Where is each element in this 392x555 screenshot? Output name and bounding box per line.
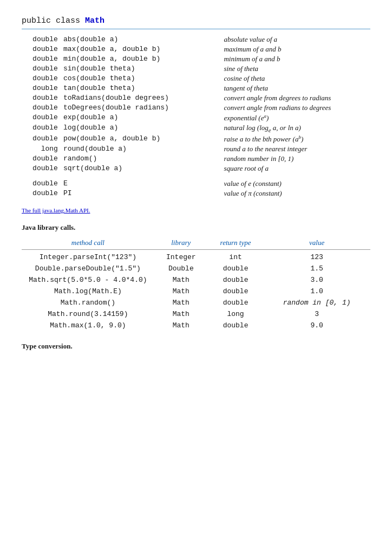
lib-table-row: Integer.parseInt("123")Integerint123 [22, 250, 370, 263]
lib-table-row: Math.random()Mathdoublerandom in [0, 1) [22, 297, 370, 308]
method-row: doublemax(double a, double b)maximum of … [22, 44, 370, 54]
method-desc: exponential (ea) [202, 113, 370, 123]
lib-call: Math.round(3.14159) [22, 308, 154, 320]
lib-table-header-cell: method call [22, 237, 154, 250]
lib-table-header-cell: library [154, 237, 208, 250]
header-divider [22, 29, 370, 29]
method-type: double [22, 134, 61, 144]
lib-table-row: Math.sqrt(5.0*5.0 - 4.0*4.0)Mathdouble3.… [22, 274, 370, 286]
lib-table-header-cell: return type [208, 237, 263, 250]
method-type: double [22, 83, 61, 93]
method-desc: convert angle from radians to degrees [202, 103, 370, 113]
lib-library: Double [154, 263, 208, 274]
constant-desc: value of e (constant) [202, 179, 370, 189]
method-type: double [22, 54, 61, 64]
method-sig: exp(double a) [61, 113, 202, 123]
method-desc: square root of a [202, 164, 370, 173]
lib-value: 123 [263, 250, 370, 263]
api-link-container: The full java.lang.Math API. [22, 207, 370, 214]
methods-table: doubleabs(double a)absolute value of ado… [22, 35, 370, 198]
lib-library: Math [154, 297, 208, 308]
lib-table-row: Double.parseDouble("1.5")Doubledouble1.5 [22, 263, 370, 274]
lib-value: 3 [263, 308, 370, 320]
lib-value: 3.0 [263, 274, 370, 286]
method-row: doublelog(double a)natural log (loge a, … [22, 123, 370, 134]
method-desc: maximum of a and b [202, 44, 370, 54]
lib-return-type: long [208, 308, 263, 320]
lib-call: Math.random() [22, 297, 154, 308]
method-desc: raise a to the bth power (ab) [202, 134, 370, 144]
constant-row: doublePIvalue of π (constant) [22, 189, 370, 198]
lib-library: Integer [154, 250, 208, 263]
method-row: doublepow(double a, double b)raise a to … [22, 134, 370, 144]
method-sig: random() [61, 154, 202, 164]
method-row: doubletoRadians(double degrees)convert a… [22, 93, 370, 103]
class-keyword: public class [22, 16, 85, 25]
method-sig: abs(double a) [61, 35, 202, 44]
method-sig: log(double a) [61, 123, 202, 134]
method-type: long [22, 144, 61, 154]
class-header: public class Math [22, 16, 370, 25]
method-row: doubletan(double theta)tangent of theta [22, 83, 370, 93]
lib-value: random in [0, 1) [263, 297, 370, 308]
method-sig: cos(double theta) [61, 74, 202, 83]
method-type: double [22, 64, 61, 74]
lib-library: Math [154, 320, 208, 331]
method-row: longround(double a)round a to the neares… [22, 144, 370, 154]
method-sig: toDegrees(double radians) [61, 103, 202, 113]
method-type: double [22, 93, 61, 103]
method-type: double [22, 103, 61, 113]
method-desc: round a to the nearest integer [202, 144, 370, 154]
lib-call: Math.sqrt(5.0*5.0 - 4.0*4.0) [22, 274, 154, 286]
constant-row: doubleEvalue of e (constant) [22, 179, 370, 189]
method-sig: round(double a) [61, 144, 202, 154]
method-sig: pow(double a, double b) [61, 134, 202, 144]
method-row: doubletoDegrees(double radians)convert a… [22, 103, 370, 113]
lib-call: Math.log(Math.E) [22, 286, 154, 297]
method-desc: minimum of a and b [202, 54, 370, 64]
lib-return-type: double [208, 297, 263, 308]
lib-return-type: int [208, 250, 263, 263]
lib-table-header-row: method calllibraryreturn typevalue [22, 237, 370, 250]
constant-sig: PI [61, 189, 202, 198]
method-desc: convert angle from degrees to radians [202, 93, 370, 103]
lib-calls-table: method calllibraryreturn typevalue Integ… [22, 237, 370, 331]
section1-label: Java library calls. [22, 223, 370, 232]
lib-call: Double.parseDouble("1.5") [22, 263, 154, 274]
constant-type: double [22, 189, 61, 198]
lib-call: Math.max(1.0, 9.0) [22, 320, 154, 331]
method-type: double [22, 35, 61, 44]
lib-call: Integer.parseInt("123") [22, 250, 154, 263]
lib-value: 1.0 [263, 286, 370, 297]
method-sig: max(double a, double b) [61, 44, 202, 54]
method-row: doubleexp(double a)exponential (ea) [22, 113, 370, 123]
constant-type: double [22, 179, 61, 189]
method-row: doublerandom()random number in [0, 1) [22, 154, 370, 164]
lib-return-type: double [208, 274, 263, 286]
lib-table-row: Math.log(Math.E)Mathdouble1.0 [22, 286, 370, 297]
method-sig: min(double a, double b) [61, 54, 202, 64]
method-row: doublesin(double theta)sine of theta [22, 64, 370, 74]
lib-table-header-cell: value [263, 237, 370, 250]
lib-return-type: double [208, 263, 263, 274]
method-type: double [22, 113, 61, 123]
method-type: double [22, 74, 61, 83]
method-sig: tan(double theta) [61, 83, 202, 93]
method-sig: toRadians(double degrees) [61, 93, 202, 103]
method-type: double [22, 123, 61, 134]
method-row: doublesqrt(double a)square root of a [22, 164, 370, 173]
api-link[interactable]: The full java.lang.Math API. [22, 207, 90, 214]
method-desc: sine of theta [202, 64, 370, 74]
method-type: double [22, 154, 61, 164]
method-row: doubleabs(double a)absolute value of a [22, 35, 370, 44]
method-row: doublemin(double a, double b)minimum of … [22, 54, 370, 64]
method-type: double [22, 164, 61, 173]
method-row: doublecos(double theta)cosine of theta [22, 74, 370, 83]
section2-label: Type conversion. [22, 342, 370, 351]
method-desc: random number in [0, 1) [202, 154, 370, 164]
lib-value: 9.0 [263, 320, 370, 331]
method-sig: sin(double theta) [61, 64, 202, 74]
constant-desc: value of π (constant) [202, 189, 370, 198]
lib-library: Math [154, 308, 208, 320]
lib-return-type: double [208, 286, 263, 297]
